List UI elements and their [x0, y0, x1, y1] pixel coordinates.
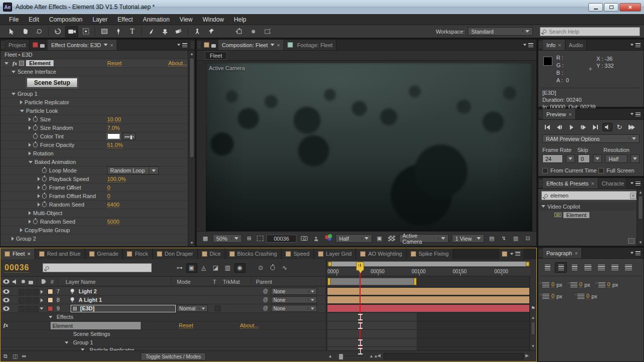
chevron-down-icon[interactable]	[270, 44, 274, 46]
effect-parameter-row[interactable]: Baked Animation	[1, 158, 195, 166]
view-options-icon[interactable]: ▩	[201, 235, 210, 242]
chevron-down-icon[interactable]	[566, 154, 575, 163]
effect-parameter-row[interactable]: Group 1	[1, 90, 195, 98]
scroll-down-icon[interactable]: ▼	[637, 239, 644, 246]
navigator-end-handle[interactable]	[526, 262, 529, 266]
reset-link[interactable]: Reset	[179, 322, 193, 329]
blend-mode-dropdown[interactable]: Normal	[177, 305, 208, 312]
scene-settings-row[interactable]: Scene Settings	[1, 330, 325, 338]
tab-project[interactable]: Project	[5, 40, 30, 50]
exposure-icon[interactable]: ▥	[511, 235, 520, 242]
fx-icon[interactable]: fx	[13, 60, 17, 66]
label-color-chip[interactable]	[48, 289, 53, 294]
tab-effect-controls[interactable]: Effect Controls: E3D	[48, 40, 117, 50]
disclosure-icon[interactable]	[38, 186, 40, 190]
comp-subtab-fleet[interactable]: Fleet	[205, 52, 227, 60]
layer-bar-row[interactable]	[327, 287, 531, 296]
region-of-interest-icon[interactable]: ▣	[375, 235, 384, 242]
disclosure-closed-icon[interactable]	[41, 298, 43, 302]
layer-duration-bar-selected[interactable]	[328, 305, 530, 312]
close-icon[interactable]	[110, 42, 113, 48]
disclosure-icon[interactable]	[29, 151, 31, 155]
next-frame-button[interactable]	[578, 123, 588, 131]
disclosure-icon[interactable]	[29, 136, 31, 137]
timeline-comp-tab[interactable]: Red and Blue	[35, 248, 85, 259]
film-icon[interactable]: ▥	[222, 263, 233, 273]
scrollbar-thumb[interactable]	[189, 58, 194, 158]
layer-name-column-label[interactable]: Layer Name	[66, 279, 96, 285]
effect-parameter-row[interactable]: Particle Look	[1, 107, 195, 115]
layer-name-field[interactable]: [E3D]	[71, 305, 176, 312]
preview-resolution-value[interactable]: Half	[605, 154, 627, 163]
ram-preview-button[interactable]	[626, 123, 636, 131]
group1-row[interactable]: Group 1	[1, 338, 325, 347]
timeline-comp-tab[interactable]: Blocks Crashing	[225, 248, 281, 259]
effect-parameter-row[interactable]: Copy/Paste Group	[1, 226, 195, 235]
disclosure-icon[interactable]	[38, 203, 40, 207]
expression-marker[interactable]	[358, 314, 363, 320]
scene-setup-button[interactable]: Scene Setup	[27, 78, 78, 88]
disclosure-icon[interactable]	[38, 170, 40, 171]
stopwatch-icon[interactable]	[42, 176, 47, 182]
parameter-value[interactable]: 6400	[107, 202, 119, 208]
tab-preview[interactable]: Preview	[543, 109, 576, 119]
panel-grip[interactable]	[539, 250, 542, 256]
skip-value[interactable]: 0	[578, 154, 590, 163]
maximize-button[interactable]	[604, 3, 618, 12]
element-effect-row[interactable]: fx Element Reset About...	[1, 321, 325, 330]
label-column-icon[interactable]	[42, 279, 46, 284]
indent-right-field[interactable]: 0px	[598, 281, 618, 288]
menu-item[interactable]: Effect	[113, 16, 138, 23]
effect-parameter-row[interactable]: Playback Speed 100.0%	[1, 175, 195, 184]
audio-column-icon[interactable]	[13, 279, 18, 284]
reset-link[interactable]: Reset	[107, 60, 122, 67]
close-icon[interactable]	[574, 250, 577, 256]
tab-character[interactable]: Characte	[598, 178, 627, 189]
auto-keyframe-icon[interactable]: ⊙	[255, 263, 266, 273]
scroll-up-icon[interactable]: ▲	[530, 314, 536, 321]
disclosure-icon[interactable]	[38, 177, 40, 181]
eraser-tool-icon[interactable]	[172, 26, 185, 37]
effect-parameter-row[interactable]: Multi-Object	[1, 209, 195, 218]
panel-menu-icon[interactable]	[510, 252, 520, 256]
layer-name[interactable]: A Light 1	[79, 297, 102, 303]
panel-menu-icon[interactable]	[627, 109, 643, 119]
stopwatch-icon[interactable]	[33, 125, 38, 130]
label-color-chip[interactable]	[204, 42, 209, 48]
help-search-box[interactable]	[540, 27, 640, 36]
disclosure-icon[interactable]	[29, 211, 31, 215]
stopwatch-icon[interactable]	[33, 142, 38, 147]
lock-column-icon[interactable]	[29, 281, 33, 284]
parent-dropdown[interactable]: None	[271, 305, 317, 312]
parameter-value[interactable]: 0	[107, 185, 110, 191]
timeline-comp-tab[interactable]: AO Weighting	[356, 248, 407, 259]
scroll-up-icon[interactable]: ▲	[188, 51, 195, 57]
chevron-down-icon[interactable]	[104, 44, 108, 46]
frame-rate-value[interactable]: 24	[542, 154, 563, 163]
brush-tool-icon[interactable]	[144, 26, 157, 37]
scrollbar[interactable]: ▲ ▼	[636, 189, 643, 246]
scrollbar-thumb[interactable]	[638, 196, 643, 220]
selection-tool-icon[interactable]	[5, 26, 18, 37]
parent-dropdown[interactable]: None	[271, 288, 317, 295]
zoom-tool-icon[interactable]	[33, 26, 46, 37]
panel-grip[interactable]	[539, 180, 542, 187]
from-current-time-checkbox[interactable]: From Current Time	[542, 167, 598, 173]
stopwatch-icon[interactable]	[267, 263, 278, 273]
work-area-bar[interactable]	[328, 278, 417, 285]
justify-last-center-button[interactable]	[595, 262, 607, 273]
eye-icon[interactable]	[3, 298, 10, 302]
close-icon[interactable]	[27, 251, 30, 257]
effect-parameter-row[interactable]: Frame Offset 0	[1, 184, 195, 192]
justify-last-right-button[interactable]	[609, 262, 621, 273]
effects-search-input[interactable]	[550, 193, 620, 199]
eye-icon[interactable]	[3, 306, 10, 311]
show-snapshot-icon[interactable]	[311, 235, 320, 242]
disclosure-icon[interactable]	[20, 100, 23, 104]
parameter-value[interactable]: 7.0%	[107, 125, 120, 131]
property-track-row[interactable]	[327, 321, 531, 330]
layer-bar-row[interactable]	[327, 296, 531, 304]
pixel-aspect-icon[interactable]: ⊡	[523, 235, 532, 242]
composition-viewport[interactable]: Active Camera	[206, 63, 532, 232]
parameter-value[interactable]: 51.0%	[107, 142, 123, 148]
